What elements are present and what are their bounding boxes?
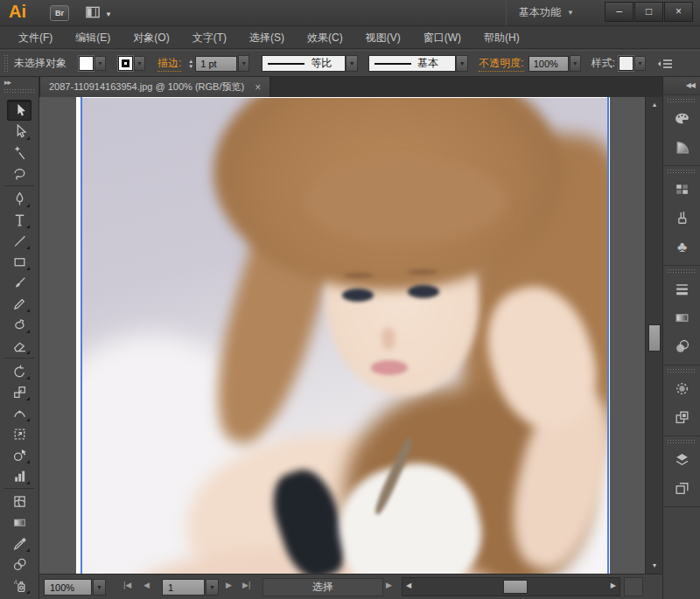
lasso-tool[interactable] [7, 163, 32, 184]
menu-view[interactable]: 视图(V) [354, 27, 412, 49]
scroll-left-icon[interactable]: ◀ [406, 582, 411, 589]
eyedropper-tool[interactable] [7, 533, 32, 554]
type-tool[interactable] [7, 209, 32, 230]
stroke-color-control[interactable]: ▼ [118, 56, 145, 71]
panel-grip[interactable] [667, 169, 696, 174]
opacity-panel-link[interactable]: 不透明度: [479, 56, 523, 72]
selection-tool[interactable] [7, 100, 32, 121]
free-transform-tool[interactable] [7, 423, 32, 444]
swatches-panel-button[interactable] [663, 175, 700, 204]
status-menu-icon[interactable]: ▶ [386, 581, 392, 589]
symbol-sprayer-tool[interactable] [7, 575, 32, 596]
menu-help[interactable]: 帮助(H) [472, 27, 531, 49]
bridge-button[interactable]: Br [50, 5, 69, 21]
step-up-icon[interactable]: ▲ [188, 59, 193, 63]
minimize-button[interactable]: – [605, 2, 634, 22]
style-swatch[interactable] [619, 56, 634, 71]
first-artboard-button[interactable]: |◀ [123, 581, 131, 589]
paintbrush-tool[interactable] [7, 272, 32, 293]
pen-tool[interactable] [7, 188, 32, 209]
fill-color-control[interactable]: ▼ [79, 56, 106, 71]
chevron-down-icon[interactable]: ▼ [570, 55, 581, 72]
shape-builder-tool[interactable] [7, 444, 32, 465]
panel-grip[interactable] [667, 98, 696, 103]
next-artboard-button[interactable]: ▶ [226, 581, 232, 589]
stroke-width-stepper[interactable]: ▲ ▼ [188, 59, 193, 68]
menu-object[interactable]: 对象(O) [122, 27, 180, 49]
stroke-swatch[interactable] [118, 56, 133, 71]
horizontal-scrollbar[interactable]: ◀ ▶ [402, 577, 620, 596]
previous-artboard-button[interactable]: ◀ [144, 581, 150, 589]
panel-grip[interactable] [4, 54, 9, 73]
column-graph-tool[interactable] [7, 465, 32, 486]
chevron-down-icon[interactable]: ▼ [456, 55, 468, 72]
collapse-dock-icon[interactable]: ◀◀ [686, 81, 695, 89]
layers-panel-button[interactable] [663, 445, 700, 474]
eraser-tool[interactable] [7, 335, 32, 356]
last-artboard-button[interactable]: ▶| [242, 581, 250, 589]
chevron-down-icon[interactable]: ▼ [206, 579, 219, 596]
rotate-tool[interactable] [7, 360, 32, 381]
width-tool[interactable] [7, 402, 32, 423]
arrange-documents-button[interactable]: ▼ [86, 6, 112, 20]
vertical-scroll-thumb[interactable] [648, 324, 661, 352]
placed-image[interactable] [82, 98, 607, 574]
zoom-level-field[interactable]: 100% [44, 579, 92, 596]
brushes-panel-button[interactable] [663, 204, 700, 233]
gradient-tool[interactable] [7, 512, 32, 533]
style-select[interactable]: ▼ [619, 56, 646, 71]
close-button[interactable]: × [664, 2, 693, 22]
opacity-field[interactable]: 100% [528, 56, 569, 72]
chevron-down-icon[interactable]: ▼ [93, 579, 106, 596]
stroke-panel-button[interactable] [663, 275, 700, 303]
horizontal-scroll-thumb[interactable] [503, 580, 528, 594]
chevron-down-icon[interactable]: ▼ [634, 56, 646, 71]
rectangle-tool[interactable] [7, 251, 32, 272]
menu-file[interactable]: 文件(F) [7, 27, 64, 49]
scroll-up-icon[interactable]: ▲ [648, 99, 662, 111]
panel-grip[interactable] [667, 368, 696, 373]
menu-select[interactable]: 选择(S) [238, 27, 296, 49]
color-panel-button[interactable] [663, 104, 700, 133]
chevron-down-icon[interactable]: ▼ [134, 56, 145, 71]
maximize-button[interactable]: □ [634, 2, 663, 22]
symbols-panel-button[interactable]: ♣ [663, 233, 700, 261]
menu-effect[interactable]: 效果(C) [296, 27, 354, 49]
direct-selection-tool[interactable] [7, 121, 32, 142]
chevron-down-icon[interactable]: ▼ [346, 55, 358, 72]
dock-header[interactable]: ◀◀ [663, 77, 700, 95]
stroke-panel-link[interactable]: 描边: [158, 56, 181, 72]
document-tab[interactable]: 2087-110914163954.jpg @ 100% (RGB/预览) × [39, 77, 270, 97]
expand-panel-icon[interactable]: ▸▸ [4, 78, 10, 87]
step-down-icon[interactable]: ▼ [188, 65, 193, 68]
menu-type[interactable]: 文字(T) [181, 27, 238, 49]
scroll-right-icon[interactable]: ▶ [611, 582, 616, 589]
scale-tool[interactable] [7, 381, 32, 402]
graphic-styles-panel-button[interactable] [663, 403, 700, 432]
scroll-down-icon[interactable]: ▼ [648, 560, 662, 572]
artboard-number-field[interactable]: 1 [162, 579, 205, 596]
width-profile-select[interactable]: 等比 [262, 55, 346, 72]
menu-window[interactable]: 窗口(W) [412, 27, 472, 49]
gradient-panel-button[interactable] [663, 303, 700, 332]
pencil-tool[interactable] [7, 293, 32, 314]
artboards-panel-button[interactable] [663, 474, 700, 503]
control-panel-menu-icon[interactable] [656, 58, 674, 70]
panel-grip[interactable] [4, 88, 35, 93]
chevron-down-icon[interactable]: ▼ [94, 56, 106, 71]
stroke-width-field[interactable]: 1 pt [195, 56, 237, 72]
color-guide-panel-button[interactable] [663, 133, 700, 162]
vertical-scrollbar[interactable]: ▲ ▼ [645, 97, 662, 574]
blend-tool[interactable] [7, 554, 32, 575]
workspace-switcher[interactable]: 基本功能 ▼ [506, 0, 586, 25]
transparency-panel-button[interactable] [663, 332, 700, 361]
magic-wand-tool[interactable] [7, 142, 32, 163]
panel-grip[interactable] [667, 268, 696, 274]
menu-edit[interactable]: 编辑(E) [64, 27, 122, 49]
close-tab-icon[interactable]: × [255, 83, 261, 92]
canvas-area[interactable] [39, 97, 645, 574]
chevron-down-icon[interactable]: ▼ [238, 55, 249, 72]
fill-swatch[interactable] [79, 56, 94, 71]
mesh-tool[interactable] [7, 491, 32, 512]
line-segment-tool[interactable] [7, 230, 32, 251]
